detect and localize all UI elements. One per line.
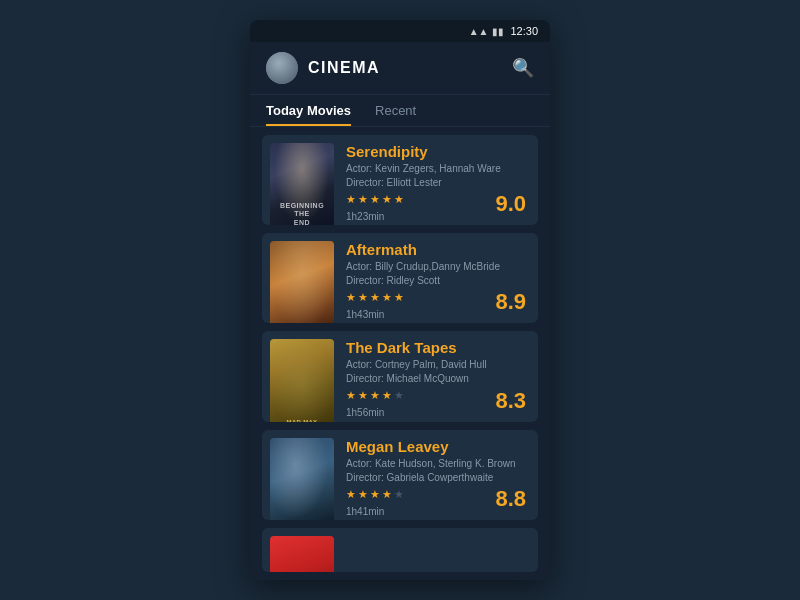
movie-score-3: 8.3 <box>495 388 526 414</box>
movies-list: BEGINNINGTHEEND Serendipity Actor: Kevin… <box>250 127 550 580</box>
movie-actor-2: Actor: Billy Crudup,Danny McBride <box>346 261 530 272</box>
tab-bar: Today Movies Recent <box>250 95 550 127</box>
status-bar: ▲▲ ▮▮ 12:30 <box>250 20 550 42</box>
movie-title-1: Serendipity <box>346 143 530 160</box>
app-title: CINEMA <box>308 59 380 77</box>
movie-director-2: Director: Ridley Scott <box>346 275 530 286</box>
movie-score-1: 9.0 <box>495 191 526 217</box>
movie-score-4: 8.8 <box>495 486 526 512</box>
movie-card-5-partial[interactable] <box>262 528 538 572</box>
movie-actor-4: Actor: Kate Hudson, Sterling K. Brown <box>346 458 530 469</box>
movie-poster-2 <box>270 241 334 323</box>
movie-poster-1: BEGINNINGTHEEND <box>270 143 334 225</box>
tab-today-movies[interactable]: Today Movies <box>266 95 351 126</box>
movie-poster-5 <box>270 536 334 572</box>
avatar[interactable] <box>266 52 298 84</box>
phone-container: ▲▲ ▮▮ 12:30 CINEMA 🔍 Today Movies Recent… <box>250 20 550 580</box>
movie-duration-2: 1h43min <box>346 309 384 320</box>
status-icons: ▲▲ ▮▮ <box>469 26 505 37</box>
movie-title-2: Aftermath <box>346 241 530 258</box>
movie-director-3: Director: Michael McQuown <box>346 373 530 384</box>
movie-actor-1: Actor: Kevin Zegers, Hannah Ware <box>346 163 530 174</box>
search-icon[interactable]: 🔍 <box>512 57 534 79</box>
app-header: CINEMA 🔍 <box>250 42 550 95</box>
movie-card-4[interactable]: Megan Leavey Actor: Kate Hudson, Sterlin… <box>262 430 538 520</box>
tab-recent[interactable]: Recent <box>375 95 416 126</box>
header-left: CINEMA <box>266 52 380 84</box>
signal-icon: ▲▲ <box>469 26 489 37</box>
movie-poster-4 <box>270 438 334 520</box>
time-display: 12:30 <box>510 25 538 37</box>
movie-card-1[interactable]: BEGINNINGTHEEND Serendipity Actor: Kevin… <box>262 135 538 225</box>
movie-score-2: 8.9 <box>495 289 526 315</box>
movie-duration-3: 1h56min <box>346 407 384 418</box>
movie-poster-3: MAD MAX <box>270 339 334 421</box>
battery-icon: ▮▮ <box>492 26 504 37</box>
movie-card-3[interactable]: MAD MAX The Dark Tapes Actor: Cortney Pa… <box>262 331 538 421</box>
movie-actor-3: Actor: Cortney Palm, David Hull <box>346 359 530 370</box>
movie-director-4: Director: Gabriela Cowperthwaite <box>346 472 530 483</box>
movie-duration-1: 1h23min <box>346 211 384 222</box>
movie-title-4: Megan Leavey <box>346 438 530 455</box>
avatar-image <box>266 52 298 84</box>
movie-info-5 <box>346 536 530 564</box>
movie-duration-4: 1h41min <box>346 506 384 517</box>
movie-title-3: The Dark Tapes <box>346 339 530 356</box>
movie-director-1: Director: Elliott Lester <box>346 177 530 188</box>
movie-card-2[interactable]: Aftermath Actor: Billy Crudup,Danny McBr… <box>262 233 538 323</box>
